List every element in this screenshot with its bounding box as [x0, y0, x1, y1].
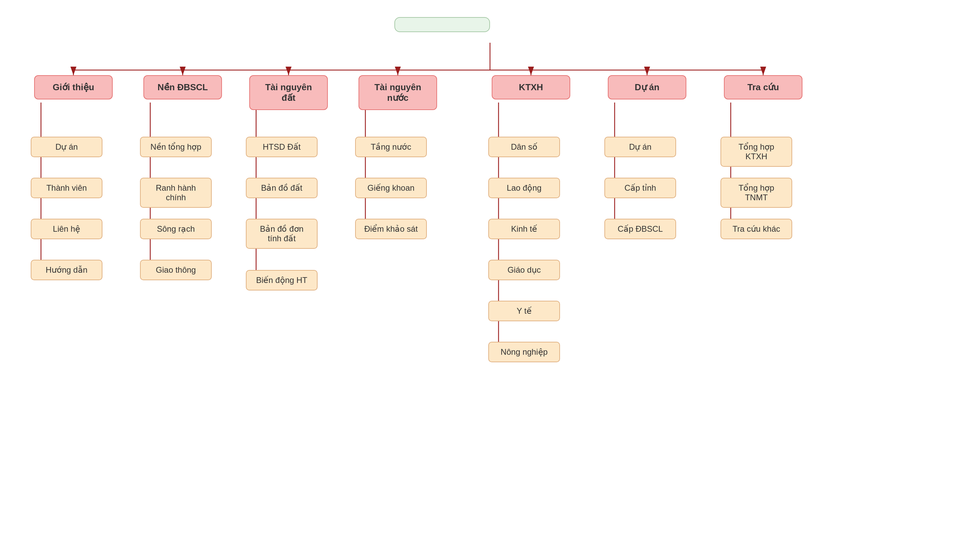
level2-node-nd-ranh-hanh-chinh[interactable]: Ranh hành chính: [140, 178, 212, 208]
level2-node-ktxh-dan-so[interactable]: Dân số: [488, 137, 560, 157]
level1-node-nen-dbscl[interactable]: Nền ĐBSCL: [144, 75, 222, 99]
level2-node-nd-song-rach[interactable]: Sông rạch: [140, 219, 212, 239]
level1-node-du-an[interactable]: Dự án: [608, 75, 686, 99]
level2-node-gt-huong-dan[interactable]: Hướng dẫn: [31, 260, 102, 280]
level2-node-tnn-diem-khao-sat[interactable]: Điểm khảo sát: [355, 219, 427, 239]
level2-node-tnd-ban-do-dat[interactable]: Bản đồ đất: [246, 178, 318, 198]
level2-node-nd-giao-thong[interactable]: Giao thông: [140, 260, 212, 280]
level2-node-tnd-bien-dong-ht[interactable]: Biến động HT: [246, 270, 318, 290]
level2-node-da-du-an[interactable]: Dự án: [604, 137, 676, 157]
level2-node-ktxh-nong-nghiep[interactable]: Nông nghiệp: [488, 342, 560, 362]
level2-node-ktxh-y-te[interactable]: Y tế: [488, 301, 560, 321]
level2-node-tnd-ban-do-don-tinh-dat[interactable]: Bản đồ đơn tính đất: [246, 219, 318, 249]
diagram-container: Giới thiệuDự ánThành viênLiên hệHướng dẫ…: [0, 0, 980, 555]
level2-node-gt-lien-he[interactable]: Liên hệ: [31, 219, 102, 239]
level2-node-tnn-gieng-khoan[interactable]: Giếng khoan: [355, 178, 427, 198]
level2-node-nd-nen-tong-hop[interactable]: Nền tổng hợp: [140, 137, 212, 157]
level2-node-ktxh-lao-dong[interactable]: Lao động: [488, 178, 560, 198]
level2-node-da-cap-dbscl[interactable]: Cấp ĐBSCL: [604, 219, 676, 239]
level2-node-gt-thanh-vien[interactable]: Thành viên: [31, 178, 102, 198]
level1-node-tai-nguyen-dat[interactable]: Tài nguyên đất: [249, 75, 328, 110]
level2-node-da-cap-tinh[interactable]: Cấp tỉnh: [604, 178, 676, 198]
level2-node-tnn-tang-nuoc[interactable]: Tầng nước: [355, 137, 427, 157]
level1-node-ktxh[interactable]: KTXH: [492, 75, 570, 99]
level2-node-ktxh-kinh-te[interactable]: Kinh tế: [488, 219, 560, 239]
level2-node-gt-du-an[interactable]: Dự án: [31, 137, 102, 157]
level2-node-tc-tong-hop-tnmt[interactable]: Tổng hợp TNMT: [721, 178, 792, 208]
level1-node-tra-cuu[interactable]: Tra cứu: [724, 75, 803, 99]
level2-node-tnd-htsd-dat[interactable]: HTSD Đất: [246, 137, 318, 157]
level1-node-gioi-thieu[interactable]: Giới thiệu: [34, 75, 113, 99]
root-node[interactable]: [394, 17, 490, 32]
level1-node-tai-nguyen-nuoc[interactable]: Tài nguyên nước: [358, 75, 437, 110]
level2-node-tc-tong-hop-ktxh[interactable]: Tổng hợp KTXH: [721, 137, 792, 167]
level2-node-ktxh-giao-duc[interactable]: Giáo dục: [488, 260, 560, 280]
level2-node-tc-tra-cuu-khac[interactable]: Tra cứu khác: [721, 219, 792, 239]
